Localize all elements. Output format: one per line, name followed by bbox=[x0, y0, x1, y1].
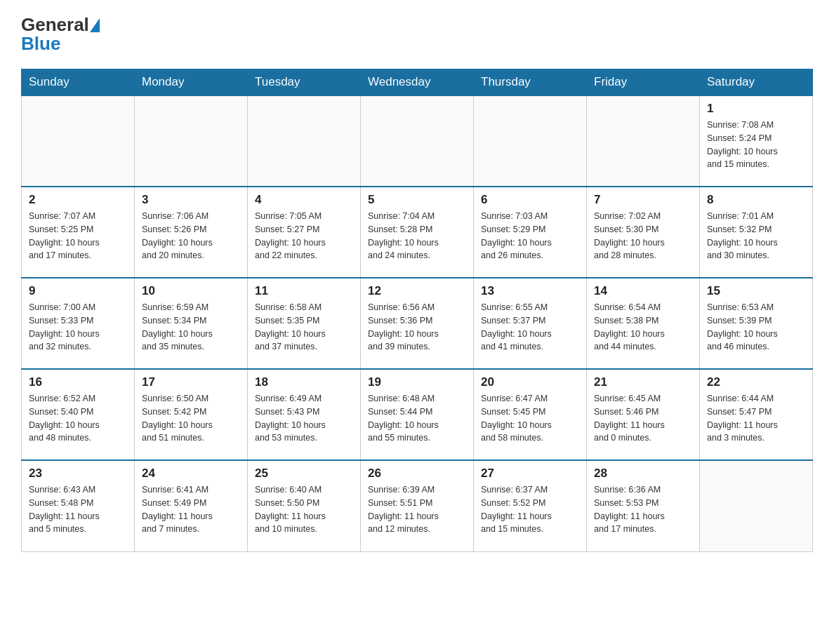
calendar-cell bbox=[22, 95, 135, 187]
day-number: 21 bbox=[594, 375, 692, 389]
day-info: Sunrise: 6:39 AMSunset: 5:51 PMDaylight:… bbox=[368, 483, 466, 536]
calendar-cell: 7Sunrise: 7:02 AMSunset: 5:30 PMDaylight… bbox=[587, 187, 700, 278]
day-info: Sunrise: 7:05 AMSunset: 5:27 PMDaylight:… bbox=[255, 210, 353, 262]
day-number: 15 bbox=[707, 284, 805, 298]
week-row-1: 1Sunrise: 7:08 AMSunset: 5:24 PMDaylight… bbox=[22, 95, 813, 187]
calendar-cell: 1Sunrise: 7:08 AMSunset: 5:24 PMDaylight… bbox=[700, 95, 813, 187]
calendar-header-row: SundayMondayTuesdayWednesdayThursdayFrid… bbox=[22, 69, 813, 96]
calendar-cell: 26Sunrise: 6:39 AMSunset: 5:51 PMDayligh… bbox=[361, 460, 474, 551]
day-info: Sunrise: 7:08 AMSunset: 5:24 PMDaylight:… bbox=[707, 119, 805, 171]
day-header-sunday: Sunday bbox=[22, 69, 135, 96]
calendar-cell bbox=[700, 460, 813, 551]
calendar-cell: 23Sunrise: 6:43 AMSunset: 5:48 PMDayligh… bbox=[22, 460, 135, 551]
calendar-cell: 11Sunrise: 6:58 AMSunset: 5:35 PMDayligh… bbox=[248, 278, 361, 369]
day-number: 28 bbox=[594, 467, 692, 481]
day-number: 26 bbox=[368, 467, 466, 481]
calendar-cell: 4Sunrise: 7:05 AMSunset: 5:27 PMDaylight… bbox=[248, 187, 361, 278]
logo-blue-text: Blue bbox=[21, 33, 60, 54]
calendar-cell bbox=[474, 95, 587, 187]
week-row-4: 16Sunrise: 6:52 AMSunset: 5:40 PMDayligh… bbox=[22, 369, 813, 460]
logo-triangle-icon bbox=[90, 18, 100, 32]
day-info: Sunrise: 7:00 AMSunset: 5:33 PMDaylight:… bbox=[29, 301, 127, 354]
day-info: Sunrise: 6:59 AMSunset: 5:34 PMDaylight:… bbox=[142, 301, 240, 354]
day-info: Sunrise: 7:03 AMSunset: 5:29 PMDaylight:… bbox=[481, 210, 579, 262]
calendar-cell: 28Sunrise: 6:36 AMSunset: 5:53 PMDayligh… bbox=[587, 460, 700, 551]
week-row-3: 9Sunrise: 7:00 AMSunset: 5:33 PMDaylight… bbox=[22, 278, 813, 369]
day-info: Sunrise: 6:43 AMSunset: 5:48 PMDaylight:… bbox=[29, 483, 127, 536]
calendar-cell: 24Sunrise: 6:41 AMSunset: 5:49 PMDayligh… bbox=[135, 460, 248, 551]
day-number: 20 bbox=[481, 375, 579, 389]
day-number: 2 bbox=[29, 193, 127, 207]
day-header-thursday: Thursday bbox=[474, 69, 587, 96]
day-header-wednesday: Wednesday bbox=[361, 69, 474, 96]
logo: General Blue bbox=[21, 14, 100, 55]
day-info: Sunrise: 6:50 AMSunset: 5:42 PMDaylight:… bbox=[142, 392, 240, 445]
day-header-friday: Friday bbox=[587, 69, 700, 96]
day-info: Sunrise: 6:54 AMSunset: 5:38 PMDaylight:… bbox=[594, 301, 692, 354]
calendar-cell: 20Sunrise: 6:47 AMSunset: 5:45 PMDayligh… bbox=[474, 369, 587, 460]
day-number: 7 bbox=[594, 193, 692, 207]
day-info: Sunrise: 6:53 AMSunset: 5:39 PMDaylight:… bbox=[707, 301, 805, 354]
day-info: Sunrise: 6:52 AMSunset: 5:40 PMDaylight:… bbox=[29, 392, 127, 445]
calendar-cell bbox=[135, 95, 248, 187]
day-number: 3 bbox=[142, 193, 240, 207]
day-info: Sunrise: 7:06 AMSunset: 5:26 PMDaylight:… bbox=[142, 210, 240, 262]
calendar-cell: 17Sunrise: 6:50 AMSunset: 5:42 PMDayligh… bbox=[135, 369, 248, 460]
day-info: Sunrise: 6:36 AMSunset: 5:53 PMDaylight:… bbox=[594, 483, 692, 536]
week-row-5: 23Sunrise: 6:43 AMSunset: 5:48 PMDayligh… bbox=[22, 460, 813, 551]
day-info: Sunrise: 6:44 AMSunset: 5:47 PMDaylight:… bbox=[707, 392, 805, 445]
calendar-cell: 16Sunrise: 6:52 AMSunset: 5:40 PMDayligh… bbox=[22, 369, 135, 460]
page-header: General Blue bbox=[21, 14, 813, 55]
calendar-cell: 2Sunrise: 7:07 AMSunset: 5:25 PMDaylight… bbox=[22, 187, 135, 278]
calendar-cell: 10Sunrise: 6:59 AMSunset: 5:34 PMDayligh… bbox=[135, 278, 248, 369]
day-number: 12 bbox=[368, 284, 466, 298]
calendar-cell: 14Sunrise: 6:54 AMSunset: 5:38 PMDayligh… bbox=[587, 278, 700, 369]
calendar-cell: 8Sunrise: 7:01 AMSunset: 5:32 PMDaylight… bbox=[700, 187, 813, 278]
day-info: Sunrise: 7:04 AMSunset: 5:28 PMDaylight:… bbox=[368, 210, 466, 262]
day-number: 22 bbox=[707, 375, 805, 389]
day-number: 19 bbox=[368, 375, 466, 389]
calendar-cell: 18Sunrise: 6:49 AMSunset: 5:43 PMDayligh… bbox=[248, 369, 361, 460]
day-number: 23 bbox=[29, 467, 127, 481]
day-number: 25 bbox=[255, 467, 353, 481]
day-header-tuesday: Tuesday bbox=[248, 69, 361, 96]
calendar-table: SundayMondayTuesdayWednesdayThursdayFrid… bbox=[21, 69, 813, 552]
day-number: 8 bbox=[707, 193, 805, 207]
day-number: 16 bbox=[29, 375, 127, 389]
day-info: Sunrise: 6:40 AMSunset: 5:50 PMDaylight:… bbox=[255, 483, 353, 536]
day-info: Sunrise: 6:49 AMSunset: 5:43 PMDaylight:… bbox=[255, 392, 353, 445]
calendar-cell bbox=[248, 95, 361, 187]
calendar-cell: 12Sunrise: 6:56 AMSunset: 5:36 PMDayligh… bbox=[361, 278, 474, 369]
day-info: Sunrise: 6:41 AMSunset: 5:49 PMDaylight:… bbox=[142, 483, 240, 536]
day-number: 18 bbox=[255, 375, 353, 389]
day-number: 4 bbox=[255, 193, 353, 207]
day-info: Sunrise: 7:01 AMSunset: 5:32 PMDaylight:… bbox=[707, 210, 805, 262]
day-info: Sunrise: 7:07 AMSunset: 5:25 PMDaylight:… bbox=[29, 210, 127, 262]
day-info: Sunrise: 6:58 AMSunset: 5:35 PMDaylight:… bbox=[255, 301, 353, 354]
day-number: 5 bbox=[368, 193, 466, 207]
calendar-cell bbox=[361, 95, 474, 187]
calendar-cell: 27Sunrise: 6:37 AMSunset: 5:52 PMDayligh… bbox=[474, 460, 587, 551]
day-header-monday: Monday bbox=[135, 69, 248, 96]
day-number: 27 bbox=[481, 467, 579, 481]
calendar-cell: 19Sunrise: 6:48 AMSunset: 5:44 PMDayligh… bbox=[361, 369, 474, 460]
day-info: Sunrise: 7:02 AMSunset: 5:30 PMDaylight:… bbox=[594, 210, 692, 262]
day-info: Sunrise: 6:56 AMSunset: 5:36 PMDaylight:… bbox=[368, 301, 466, 354]
day-number: 11 bbox=[255, 284, 353, 298]
day-header-saturday: Saturday bbox=[700, 69, 813, 96]
day-info: Sunrise: 6:45 AMSunset: 5:46 PMDaylight:… bbox=[594, 392, 692, 445]
day-number: 14 bbox=[594, 284, 692, 298]
day-number: 9 bbox=[29, 284, 127, 298]
day-info: Sunrise: 6:55 AMSunset: 5:37 PMDaylight:… bbox=[481, 301, 579, 354]
week-row-2: 2Sunrise: 7:07 AMSunset: 5:25 PMDaylight… bbox=[22, 187, 813, 278]
day-number: 10 bbox=[142, 284, 240, 298]
calendar-cell: 22Sunrise: 6:44 AMSunset: 5:47 PMDayligh… bbox=[700, 369, 813, 460]
calendar-cell: 13Sunrise: 6:55 AMSunset: 5:37 PMDayligh… bbox=[474, 278, 587, 369]
calendar-cell: 6Sunrise: 7:03 AMSunset: 5:29 PMDaylight… bbox=[474, 187, 587, 278]
calendar-cell bbox=[587, 95, 700, 187]
day-number: 13 bbox=[481, 284, 579, 298]
calendar-cell: 5Sunrise: 7:04 AMSunset: 5:28 PMDaylight… bbox=[361, 187, 474, 278]
day-info: Sunrise: 6:37 AMSunset: 5:52 PMDaylight:… bbox=[481, 483, 579, 536]
day-number: 1 bbox=[707, 102, 805, 116]
day-number: 17 bbox=[142, 375, 240, 389]
